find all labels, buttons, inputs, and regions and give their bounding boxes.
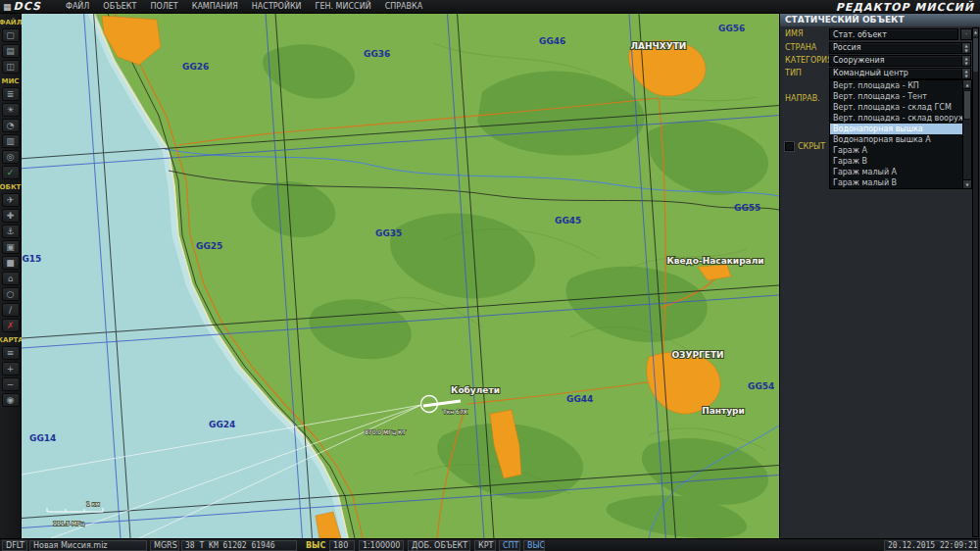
type-option[interactable]: Гараж А [830, 145, 963, 156]
type-label: ТИП [785, 68, 802, 79]
menu-item[interactable]: ПОЛЕТ [150, 2, 177, 11]
panel-scrollbar[interactable]: ▲ [972, 27, 979, 537]
type-option[interactable]: Гараж B [830, 156, 963, 167]
scroll-thumb[interactable] [963, 90, 971, 120]
type-option[interactable]: Гараж малый А [830, 167, 963, 177]
add-static-object-icon[interactable]: ■ [2, 256, 20, 270]
add-airplane-icon[interactable]: ✈ [2, 193, 20, 207]
menu-item[interactable]: ОБЪЕКТ [103, 2, 136, 11]
spin-down-icon[interactable]: ▼ [964, 48, 967, 53]
add-helicopter-icon[interactable]: ✚ [2, 209, 20, 223]
name-input[interactable] [829, 28, 958, 40]
profile-button[interactable]: DFLT [2, 540, 27, 551]
dropdown-scrollbar[interactable]: ▲ ▼ [962, 80, 971, 188]
name-label: ИМЯ [785, 28, 803, 40]
menu-item[interactable]: КАМПАНИЯ [192, 2, 238, 11]
add-object-button[interactable]: ДОБ. ОБЪЕКТ [408, 540, 470, 551]
mission-check-icon[interactable]: ✓ [2, 166, 20, 179]
altitude-field[interactable]: 180 [329, 540, 355, 551]
type-value: Командный центр [833, 69, 967, 78]
map-scale-field[interactable]: 1:100000 [359, 540, 404, 551]
map-center-icon[interactable]: ◉ [2, 393, 20, 407]
category-label: КАТЕГОРИЯ [785, 55, 833, 67]
toggle-vys-button[interactable]: ВЫС [523, 540, 545, 551]
goals-icon[interactable]: ◎ [2, 150, 20, 164]
sidebar-section-map: КАРТА [0, 336, 24, 344]
panel-scroll-up-icon[interactable]: ▲ [973, 28, 978, 36]
type-option[interactable]: Водонапорная вышка А [830, 134, 963, 145]
datetime-display: 20.12.2015 22:09:21 [884, 540, 978, 551]
grid-cell-label: GG35 [375, 228, 402, 238]
add-template-icon[interactable]: ⌂ [2, 272, 20, 285]
coordinates-field[interactable]: 38 T KM 61202 61946 [181, 540, 297, 551]
scroll-down-icon[interactable]: ▼ [963, 179, 971, 188]
type-dropdown-list[interactable]: Верт. площадка - КПВерт. площадка - Тент… [829, 79, 972, 189]
menu-items: ФАЙЛОБЪЕКТПОЛЕТКАМПАНИЯНАСТРОЙКИГЕН. МИС… [66, 2, 422, 11]
name-browse-button[interactable]: · [960, 28, 972, 40]
type-option[interactable]: Водонапорная вышка [830, 124, 963, 134]
toggle-spt-button[interactable]: СПТ [499, 540, 520, 551]
menu-item[interactable]: ФАЙЛ [66, 2, 89, 11]
add-ship-icon[interactable]: ⚓ [2, 225, 20, 238]
spin-down-icon[interactable]: ▼ [964, 74, 967, 78]
toggle-krt-button[interactable]: КРТ [474, 540, 496, 551]
add-trigger-zone-icon[interactable]: ○ [2, 287, 20, 301]
category-value: Сооружения [833, 56, 967, 66]
country-label: СТРАНА [785, 42, 816, 54]
panel-scroll-thumb[interactable] [973, 38, 978, 72]
menu-bar: ▦ DCS ФАЙЛОБЪЕКТПОЛЕТКАМПАНИЯНАСТРОЙКИГЕ… [0, 0, 980, 14]
category-select[interactable]: Сооружения ▲▼ [829, 55, 971, 67]
town-label: ЛАНЧХУТИ [631, 41, 687, 51]
type-spinner[interactable]: ▲▼ [961, 69, 970, 78]
delete-object-icon[interactable]: ✗ [2, 319, 20, 332]
country-spinner[interactable]: ▲▼ [961, 43, 970, 53]
status-bar: DFLT Новая Миссия.miz MGRS 38 T KM 61202… [0, 538, 980, 551]
map-area[interactable]: GG56GG46GG36GG26GG55GG45GG35GG25GG15GG54… [22, 14, 779, 538]
add-vehicle-icon[interactable]: ▣ [2, 240, 20, 254]
open-mission-icon[interactable]: ▤ [2, 44, 20, 58]
menu-item[interactable]: ГЕН. МИССИЙ [316, 2, 371, 11]
altitude-label: ВЫС [306, 541, 325, 550]
map-canvas[interactable]: GG56GG46GG36GG26GG55GG45GG35GG25GG15GG54… [22, 14, 779, 538]
mission-file-field[interactable]: Новая Миссия.miz [29, 540, 147, 551]
zoom-out-icon[interactable]: − [2, 377, 20, 391]
menu-item[interactable]: НАСТРОЙКИ [252, 2, 302, 11]
grid-cell-label: GG44 [566, 394, 593, 404]
country-select[interactable]: Россия ▲▼ [829, 42, 971, 54]
grid-cell-label: GG45 [555, 216, 581, 225]
left-toolbar: ФАЙЛ▢▤◫МИС≣☀◔▥◎✓ОБКТ✈✚⚓▣■⌂○∕✗КАРТА≡+−◉ [0, 14, 22, 538]
new-mission-icon[interactable]: ▢ [2, 28, 20, 42]
zoom-in-icon[interactable]: + [2, 362, 20, 376]
save-mission-icon[interactable]: ◫ [2, 60, 20, 74]
type-option[interactable]: Верт. площадка - Тент [830, 91, 963, 102]
scroll-up-icon[interactable]: ▲ [963, 80, 971, 89]
grid-cell-label: GG14 [29, 433, 56, 443]
hidden-label: СКРЫТ [798, 141, 825, 153]
map-annotation: 111.5 МГц [53, 520, 84, 526]
page-title: РЕДАКТОР МИССИЙ [836, 1, 974, 14]
dcs-logo-text: DCS [14, 0, 41, 13]
mission-time-icon[interactable]: ◔ [2, 119, 20, 132]
dcs-logo-icon: ▦ [3, 2, 12, 12]
type-option[interactable]: Верт. площадка - склад ГСМ [830, 102, 963, 113]
menu-item[interactable]: СПРАВКА [385, 2, 423, 11]
mission-options-icon[interactable]: ≣ [2, 87, 20, 101]
type-option[interactable]: Гараж малый B [830, 177, 963, 188]
type-option[interactable]: Верт. площадка - КП [830, 80, 963, 91]
briefing-icon[interactable]: ▥ [2, 134, 20, 148]
mgrs-button[interactable]: MGRS [150, 540, 179, 551]
grid-cell-label: GG36 [364, 49, 390, 59]
map-layers-icon[interactable]: ≡ [2, 346, 20, 360]
dcs-mission-editor-window: ▦ DCS ФАЙЛОБЪЕКТПОЛЕТКАМПАНИЯНАСТРОЙКИГЕ… [0, 0, 980, 551]
spin-down-icon[interactable]: ▼ [964, 61, 967, 66]
town-label: ОЗУРГЕТИ [671, 350, 723, 360]
hidden-checkbox[interactable] [785, 142, 794, 151]
weather-icon[interactable]: ☀ [2, 103, 20, 117]
ruler-icon[interactable]: ∕ [2, 303, 20, 317]
grid-cell-label: GG55 [734, 203, 760, 213]
category-spinner[interactable]: ▲▼ [961, 56, 970, 66]
type-option[interactable]: Верт. площадка - склад вооружения [830, 113, 963, 124]
map-annotation: 870.0 МГц КТ [365, 428, 406, 435]
type-select[interactable]: Командный центр ▲▼ [829, 68, 971, 79]
grid-cell-label: GG56 [718, 24, 745, 33]
